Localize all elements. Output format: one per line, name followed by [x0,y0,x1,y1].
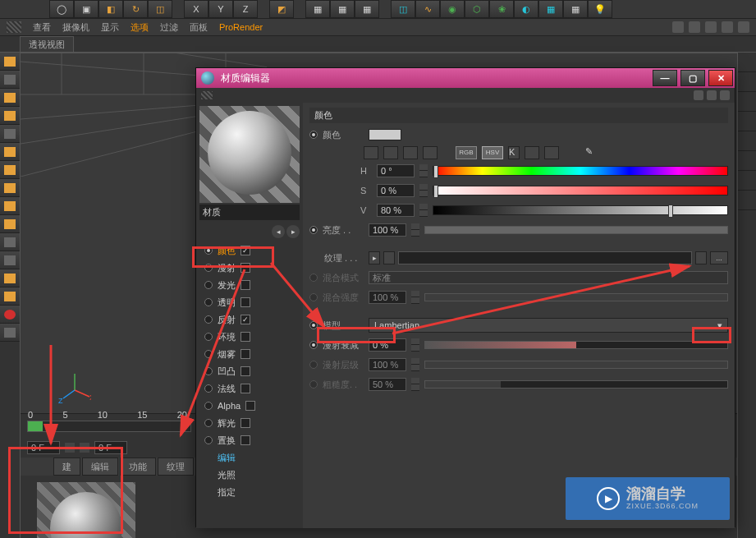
sat-slider[interactable] [433,186,728,195]
record-icon[interactable] [0,306,20,324]
channel-illumination[interactable]: 光照 [204,467,300,482]
vp-icon[interactable] [738,21,749,33]
color-swatch[interactable] [369,129,401,140]
channel-transparency[interactable]: 透明 [204,295,300,310]
tool-icon[interactable] [0,125,20,143]
window-titlebar[interactable]: 材质编辑器 — ▢ ✕ [196,68,735,88]
tool-icon[interactable] [0,269,20,287]
vp-icon[interactable] [705,21,717,33]
material-preview[interactable] [199,106,300,203]
material-name-field[interactable]: 材质 [199,205,300,220]
camera-icon[interactable]: ▦ [538,0,563,18]
channel-displacement[interactable]: 置换 [204,433,300,448]
spectrum-icon[interactable] [403,146,418,159]
brightness-field[interactable]: 100 % [369,223,406,237]
dock-icon[interactable] [720,90,730,100]
material-thumbnail[interactable] [37,482,135,538]
channel-normal[interactable]: 法线 [204,381,300,396]
tab-edit[interactable]: 编辑 [82,458,118,476]
vp-icon[interactable] [672,21,684,33]
primitive-cube-icon[interactable]: ◫ [391,0,415,18]
spinner-icon[interactable] [419,184,428,197]
sat-field[interactable]: 0 % [377,184,415,197]
frame-field-b[interactable]: 0 F [94,441,127,454]
spinner-icon[interactable] [411,338,419,352]
spinner-icon[interactable] [419,204,428,217]
toggle-icon[interactable] [309,341,318,349]
channel-color[interactable]: 颜色 [204,243,300,258]
texture-browse-button[interactable]: ... [710,251,728,264]
light-icon[interactable]: ▦ [563,0,588,18]
menu-camera[interactable]: 摄像机 [62,21,89,34]
texture-menu-button[interactable] [369,251,380,264]
next-arrow-icon[interactable]: ▸ [286,225,300,238]
hsv-button[interactable]: HSV [482,146,503,159]
close-button[interactable]: ✕ [708,70,733,86]
channel-fog[interactable]: 烟雾 [204,347,300,361]
wheel-icon[interactable] [383,146,398,159]
dock-icon[interactable] [707,90,717,100]
menu-prorender[interactable]: ProRender [219,22,263,32]
channel-edit[interactable]: 编辑 [204,450,300,465]
nav-next-icon[interactable] [80,443,89,453]
environment-icon[interactable]: ◐ [514,0,538,18]
prev-arrow-icon[interactable]: ◂ [272,225,285,238]
axis-z-icon[interactable]: Z [233,0,258,18]
tool-icon[interactable] [0,197,20,215]
menu-panel[interactable]: 面板 [190,21,208,34]
channel-reflection[interactable]: 反射 [204,312,300,327]
channel-environment[interactable]: 环境 [204,329,300,344]
menu-view[interactable]: 查看 [33,21,51,34]
tool-icon[interactable] [0,179,20,197]
texture-thumb[interactable] [383,251,395,264]
render-settings-icon[interactable]: ▦ [355,0,379,18]
tool-icon[interactable] [0,71,20,89]
render-icon[interactable]: ▦ [305,0,330,18]
tool-select-icon[interactable]: ◯ [49,0,74,18]
tool-icon[interactable] [0,143,20,161]
mixer-icon[interactable] [525,146,539,159]
channel-glow[interactable]: 辉光 [204,416,300,430]
spline-icon[interactable]: ∿ [415,0,440,18]
tool-icon[interactable] [0,287,20,306]
axis-x-icon[interactable]: X [184,0,208,18]
toggle-icon[interactable] [309,321,318,329]
tool-icon[interactable] [0,53,20,71]
vp-icon[interactable] [722,21,733,33]
lock-icon[interactable] [694,90,703,100]
vp-icon[interactable] [689,21,700,33]
k-button[interactable]: K [508,146,520,159]
channel-checkbox[interactable] [241,315,250,324]
menu-filter[interactable]: 过滤 [160,21,178,34]
diff-falloff-field[interactable]: 0 % [369,338,406,352]
tool-icon[interactable] [0,89,20,107]
hue-slider[interactable] [433,166,728,176]
minimize-button[interactable]: — [653,70,677,86]
toggle-icon[interactable] [309,131,318,139]
tab-func[interactable]: 功能 [120,458,156,476]
eyedropper-icon[interactable]: ✎ [585,146,600,159]
tool-icon[interactable] [0,215,20,233]
texture-clear-button[interactable] [695,251,707,264]
diff-falloff-slider[interactable] [424,341,728,349]
tool-scale-icon[interactable]: ◫ [148,0,172,18]
tool-cube-icon[interactable]: ◧ [99,0,123,18]
model-dropdown[interactable]: Lambertian [369,318,728,333]
nav-prev-icon[interactable] [65,443,75,453]
tool-icon[interactable] [0,233,20,251]
deformer-icon[interactable]: ❀ [489,0,514,18]
val-slider[interactable] [433,205,728,215]
tool-icon[interactable] [0,324,20,342]
tool-icon[interactable] [0,161,20,179]
menu-display[interactable]: 显示 [101,21,119,34]
maximize-button[interactable]: ▢ [680,70,705,86]
brightness-slider[interactable] [424,226,728,234]
tab-create[interactable]: 建 [53,458,80,476]
tool-rotate-icon[interactable]: ↻ [123,0,148,18]
render-region-icon[interactable]: ▦ [330,0,355,18]
tool-icon[interactable]: ▣ [74,0,99,18]
image-icon[interactable] [423,146,438,159]
tool-icon[interactable]: ◩ [269,0,294,18]
toggle-icon[interactable] [309,226,318,234]
axis-y-icon[interactable]: Y [208,0,233,18]
